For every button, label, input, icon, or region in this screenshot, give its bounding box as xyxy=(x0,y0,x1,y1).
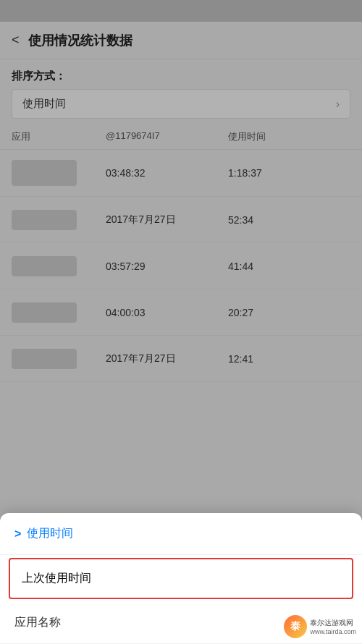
dropdown-item-label: 上次使用时间 xyxy=(22,571,91,586)
dropdown-item-label: 应用名称 xyxy=(14,615,61,630)
watermark-text: 泰尔达游戏网 www.tairda.com xyxy=(310,618,356,635)
dropdown-item-label: 使用时间 xyxy=(27,526,73,541)
watermark: 泰 泰尔达游戏网 www.tairda.com xyxy=(284,615,356,638)
dropdown-item-last-used[interactable]: 上次使用时间 xyxy=(9,558,353,599)
main-screen: < 使用情况统计数据 排序方式： 使用时间 › 应用 @1179674I7 使用… xyxy=(0,0,362,644)
dropdown-item-usage-time[interactable]: 使用时间 xyxy=(0,513,362,555)
watermark-logo: 泰 xyxy=(284,615,307,638)
